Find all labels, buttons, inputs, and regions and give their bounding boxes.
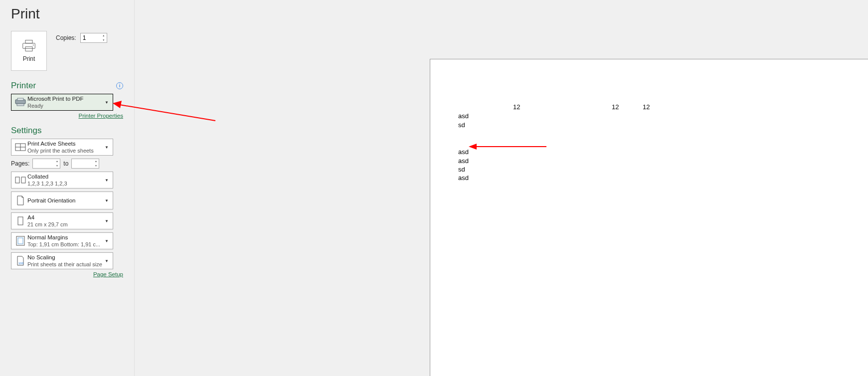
svg-rect-1 [23, 43, 35, 49]
pages-from-up[interactable]: ▲ [54, 159, 60, 164]
scaling-dropdown[interactable]: 100 No Scaling Print sheets at their act… [11, 252, 113, 269]
collate-dropdown[interactable]: Collated 1,2,3 1,2,3 1,2,3 ▼ [11, 172, 113, 188]
pages-label: Pages: [11, 160, 29, 167]
preview-cell: 12 [643, 103, 650, 111]
printer-properties-link[interactable]: Printer Properties [79, 113, 123, 119]
svg-rect-12 [18, 217, 23, 225]
print-what-title: Print Active Sheets [27, 140, 103, 147]
printer-status: Ready [27, 102, 103, 109]
chevron-down-icon: ▼ [103, 259, 111, 263]
pages-to-label: to [63, 160, 68, 167]
margins-dropdown[interactable]: Normal Margins Top: 1,91 cm Bottom: 1,91… [11, 232, 113, 249]
chevron-down-icon: ▼ [103, 145, 111, 150]
paper-title: A4 [27, 214, 103, 221]
printer-name: Microsoft Print to PDF [27, 95, 103, 102]
chevron-down-icon: ▼ [103, 198, 111, 203]
copies-down[interactable]: ▼ [101, 38, 107, 42]
svg-rect-6 [17, 104, 24, 106]
collate-title: Collated [27, 173, 103, 180]
collate-icon [13, 176, 27, 184]
chevron-down-icon: ▼ [103, 239, 111, 243]
svg-rect-14 [18, 238, 23, 244]
margins-title: Normal Margins [27, 234, 103, 241]
preview-cell: sd [458, 166, 465, 173]
grid-icon [13, 143, 27, 151]
print-what-sub: Only print the active sheets [27, 147, 103, 154]
printer-device-icon [13, 98, 27, 107]
paper-dropdown[interactable]: A4 21 cm x 29,7 cm ▼ [11, 212, 113, 229]
preview-cell: asd [458, 157, 469, 165]
portrait-page-icon [13, 195, 27, 205]
pages-to-down[interactable]: ▼ [93, 164, 99, 168]
page-icon [13, 216, 27, 226]
chevron-down-icon: ▼ [103, 219, 111, 223]
chevron-down-icon: ▼ [103, 100, 111, 105]
chevron-down-icon: ▼ [103, 178, 111, 183]
printer-heading: Printer [11, 81, 36, 91]
scaling-sub: Print sheets at their actual size [27, 261, 103, 268]
svg-rect-10 [15, 177, 19, 183]
paper-sub: 21 cm x 29,7 cm [27, 221, 103, 228]
printer-info-icon[interactable]: i [116, 82, 123, 89]
scaling-icon: 100 [13, 256, 27, 266]
preview-cell: asd [458, 174, 469, 182]
preview-cell: sd [458, 121, 465, 129]
preview-cell: asd [458, 112, 469, 120]
print-what-dropdown[interactable]: Print Active Sheets Only print the activ… [11, 139, 113, 156]
pages-from-down[interactable]: ▼ [54, 164, 60, 168]
margins-sub: Top: 1,91 cm Bottom: 1,91 c... [27, 241, 103, 248]
copies-label: Copies: [56, 34, 76, 41]
orientation-dropdown[interactable]: Portrait Orientation ▼ [11, 191, 113, 209]
page-setup-link[interactable]: Page Setup [93, 271, 123, 277]
preview-cell: 12 [612, 103, 619, 111]
margins-icon [13, 236, 27, 246]
settings-heading: Settings [11, 126, 123, 136]
svg-rect-0 [25, 40, 32, 43]
page-title: Print [11, 0, 123, 31]
copies-up[interactable]: ▲ [101, 33, 107, 38]
pages-to-up[interactable]: ▲ [93, 159, 99, 164]
printer-icon [22, 39, 36, 52]
svg-text:100: 100 [18, 262, 24, 265]
print-button-label: Print [23, 55, 35, 62]
collate-sub: 1,2,3 1,2,3 1,2,3 [27, 180, 103, 187]
print-button[interactable]: Print [11, 31, 47, 71]
svg-rect-11 [21, 177, 25, 183]
svg-rect-5 [17, 98, 23, 100]
preview-cell: asd [458, 148, 469, 156]
orientation-title: Portrait Orientation [27, 197, 103, 204]
svg-rect-2 [25, 47, 32, 51]
printer-dropdown[interactable]: Microsoft Print to PDF Ready ▼ [11, 94, 113, 111]
scaling-title: No Scaling [27, 254, 103, 261]
print-preview: 121212asdsdasdasdsdasd [430, 59, 868, 376]
print-settings-panel: Print Print Copies: ▲ ▼ Printer i [0, 0, 135, 376]
preview-cell: 12 [513, 103, 520, 111]
svg-point-3 [33, 44, 34, 45]
